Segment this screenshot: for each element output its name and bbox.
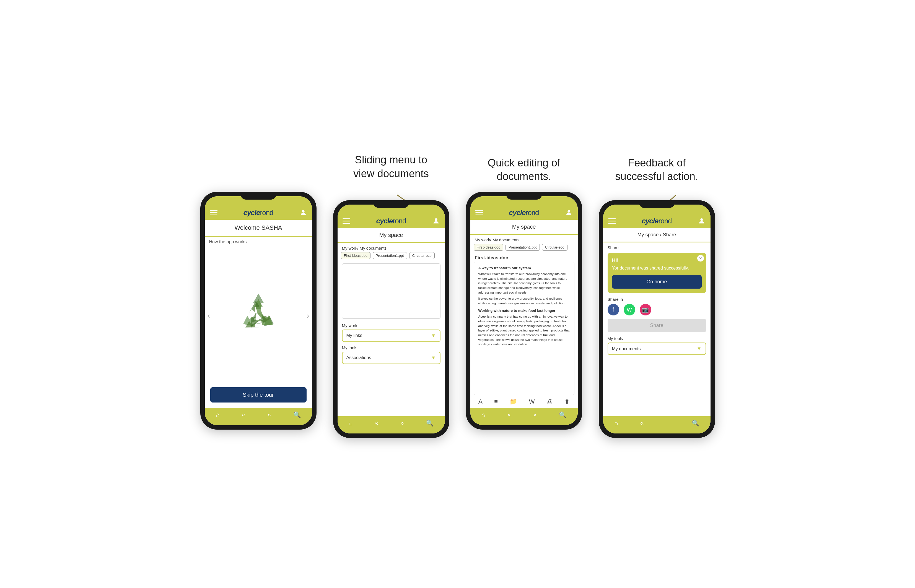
my-tools-section: My tools Associations ▼ [342,345,440,364]
share-in-section: Share in f W 📷 Share [603,294,711,332]
phone4-tools-section: My tools My documents ▼ [607,336,706,355]
doc-tab-3[interactable]: Circular-eco [409,252,435,259]
welcome-title: Welcome SASHA [205,220,312,237]
phone3-hamburger[interactable] [475,210,483,215]
recycle-area: ‹ [205,244,312,387]
how-it-works-subtitle: How the app works... [205,237,312,244]
logo-rond: rond [260,208,274,217]
my-documents-dropdown[interactable]: My documents ▼ [607,342,706,355]
phone2-header: cyclerond [338,205,445,228]
user-icon[interactable] [300,209,307,216]
phone3-bottom-nav: ⌂ « » 🔍 [470,408,578,425]
my-documents-label-2: My work/ My documents [338,243,445,252]
my-space-title-2: My space [338,228,445,243]
phone1-bottom-nav: ⌂ « » 🔍 [205,408,312,425]
phone4-tools-label: My tools [607,336,706,341]
dropdown-arrow-4: ▼ [697,346,702,352]
print-tool-icon[interactable]: 🖨 [546,398,552,405]
associations-label: Associations [347,355,371,360]
doc-heading-2: Working with nature to make food last lo… [478,308,570,313]
doc-tab-3-3[interactable]: Circular-eco [542,244,567,251]
associations-dropdown[interactable]: Associations ▼ [342,352,440,364]
doc-heading-1: A way to transform our system [478,265,570,271]
next-arrow[interactable]: › [306,311,309,320]
phone2-col: Sliding menu toview documents cyclerond [333,150,449,438]
phone3-forward-nav[interactable]: » [533,411,536,418]
logo-cycle: cycle [243,208,260,217]
search-nav-icon[interactable]: 🔍 [293,411,301,418]
annotation3-text: Quick editing ofdocuments. [488,156,560,184]
phone3-logo: cyclerond [509,208,539,217]
go-home-button[interactable]: Go home [612,275,702,289]
main-scene: cyclerond Welcome SASHA How the app work… [0,128,915,460]
back-nav-icon[interactable]: « [242,411,245,418]
doc-paragraph-1: What will it take to transform our throw… [478,272,570,295]
phone2-back-nav[interactable]: « [375,420,378,427]
phone1-header: cyclerond [205,196,312,220]
share-tool-icon[interactable]: ⬆ [564,398,569,405]
doc-tab-3-2[interactable]: Presentation1.ppt [505,244,540,251]
phone3-back-nav[interactable]: « [507,411,511,418]
prev-arrow[interactable]: ‹ [207,311,210,320]
phone2-home-nav[interactable]: ⌂ [349,420,352,427]
word-tool-icon[interactable]: W [529,398,535,405]
app-logo: cyclerond [243,208,273,217]
share-button-disabled: Share [607,319,706,332]
phone1-content: Welcome SASHA How the app works... ‹ [205,220,312,408]
forward-nav-icon[interactable]: » [267,411,271,418]
phone4-logo: cyclerond [641,217,672,225]
success-close-button[interactable]: ✕ [697,255,704,262]
phone4-header: cyclerond [603,205,711,228]
folder-tool-icon[interactable]: 📁 [510,398,517,405]
my-links-dropdown[interactable]: My links ▼ [342,330,440,342]
success-hi: Hi! [612,257,702,264]
skip-tour-button[interactable]: Skip the tour [210,387,306,402]
list-tool-icon[interactable]: ≡ [494,398,498,405]
doc-tabs-2: First-ideas.doc Presentation1.ppt Circul… [338,252,445,261]
doc-content[interactable]: A way to transform our system What will … [474,262,574,395]
phone4: cyclerond My space / Share Share ✕ Hi! [599,200,715,438]
phone4-home-nav[interactable]: ⌂ [614,420,618,427]
font-tool-icon[interactable]: A [478,398,483,405]
my-tools-label: My tools [342,345,440,350]
recycle-icon [231,288,286,343]
svg-point-4 [567,210,570,213]
phone2-hamburger[interactable] [343,218,350,224]
phone1-notch [240,192,276,200]
phone4-hamburger[interactable] [608,218,616,224]
my-work-label: My work [342,323,440,328]
phone3-home-nav[interactable]: ⌂ [481,411,485,418]
share-section-label: Share [603,242,711,252]
doc-preview-2 [342,263,440,319]
doc-tab-3-1[interactable]: First-ideas.doc [474,244,503,251]
phone2-logo: cyclerond [376,217,406,225]
svg-point-6 [700,218,703,221]
phone2-user-icon[interactable] [432,217,440,225]
phone2-bottom-nav: ⌂ « » 🔍 [338,416,445,433]
annotation4-text: Feedback ofsuccessful action. [615,156,698,184]
phone3: cyclerond My space My work/ My documents… [466,192,582,430]
hamburger-icon[interactable] [210,210,217,215]
phone2: cyclerond My space My work/ My documents… [333,200,449,438]
facebook-share-button[interactable]: f [607,304,619,315]
phone2-inner: cyclerond My space My work/ My documents… [338,205,445,433]
phone3-search-nav[interactable]: 🔍 [559,411,566,418]
home-nav-icon[interactable]: ⌂ [216,411,219,418]
phone3-inner: cyclerond My space My work/ My documents… [470,196,578,425]
phone3-content: My space My work/ My documents First-ide… [470,220,578,408]
phone2-content: My space My work/ My documents First-ide… [338,228,445,416]
whatsapp-share-button[interactable]: W [623,304,635,315]
phone2-annotation: Sliding menu toview documents [353,150,429,184]
my-documents-label: My documents [612,346,641,351]
doc-tab-1[interactable]: First-ideas.doc [341,252,371,259]
phone4-user-icon[interactable] [698,217,706,225]
phone2-search-nav[interactable]: 🔍 [426,420,434,427]
phone2-forward-nav[interactable]: » [400,420,404,427]
doc-tab-2[interactable]: Presentation1.ppt [373,252,407,259]
svg-point-0 [302,210,304,213]
doc-tabs-3: First-ideas.doc Presentation1.ppt Circul… [470,244,578,253]
phone4-search-nav[interactable]: 🔍 [692,420,699,427]
phone3-user-icon[interactable] [565,209,573,216]
phone4-back-nav[interactable]: « [640,420,644,427]
instagram-share-button[interactable]: 📷 [640,304,651,315]
